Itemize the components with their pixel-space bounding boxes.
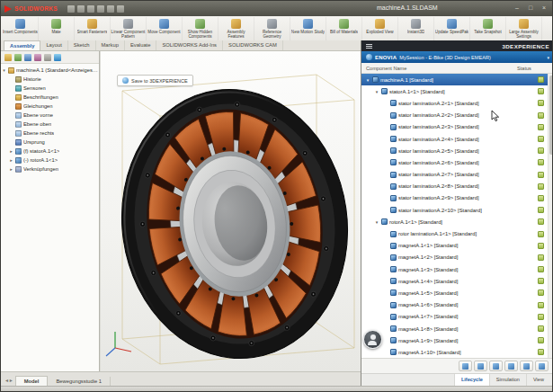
component-row-stator-laminationa-2-9-standard[interactable]: stator laminationA.2<9> [Standard] — [361, 192, 553, 204]
component-row-stator-laminationa-2-4-standard[interactable]: stator laminationA.2<4> [Standard] — [361, 133, 553, 145]
component-row-magneta-1-2-standard[interactable]: magnetA.1<2> [Standard] — [361, 252, 553, 263]
scrollbar-thumb[interactable] — [549, 76, 553, 155]
tab-scroll-arrows[interactable]: ◂ ▸ — [3, 377, 15, 386]
ribbon-button-large-assembly-settings[interactable]: Large Assembly Settings — [506, 17, 542, 41]
column-component-name[interactable]: Component Name — [366, 66, 517, 71]
expand-arrow-icon[interactable]: ▸ — [9, 148, 13, 154]
component-row-magneta-1-3-standard[interactable]: magnetA.1<3> [Standard] — [361, 263, 553, 275]
new-icon[interactable] — [67, 5, 75, 13]
component-row-rotora-1-1-standard[interactable]: ▾rotorA.1<1> [Standard] — [361, 216, 553, 227]
menu-icon[interactable] — [366, 46, 372, 47]
tab-layout[interactable]: Layout — [40, 40, 67, 50]
tab-solidworks-cam[interactable]: SOLIDWORKS CAM — [223, 40, 283, 50]
component-row-stator-laminationa-2-1-standard[interactable]: stator laminationA.2<1> [Standard] — [361, 97, 553, 109]
feature-tree-item-historie[interactable]: Historie — [2, 75, 98, 84]
tab-evaluate[interactable]: Evaluate — [125, 40, 157, 50]
component-row-stator-laminationa-2-2-standard[interactable]: stator laminationA.2<2> [Standard] — [361, 110, 553, 121]
component-settings-button[interactable] — [535, 361, 549, 371]
minimize-button[interactable]: – — [513, 3, 522, 13]
undo-icon[interactable] — [107, 5, 114, 13]
feature-tree-item-rotora-1-1[interactable]: ▸(-) rotorA.1<1> — [2, 156, 98, 165]
tab-markup[interactable]: Markup — [96, 40, 125, 50]
component-save-button[interactable] — [474, 361, 487, 371]
component-row-magneta-1-7-standard[interactable]: magnetA.1<7> [Standard] — [361, 311, 553, 323]
ribbon-button-move-component[interactable]: Move Component — [147, 17, 183, 41]
ribbon-button-bill-of-materials[interactable]: Bill of Materials — [326, 17, 362, 41]
feature-tree-item-ebene-rechts[interactable]: Ebene rechts — [2, 129, 98, 138]
ribbon-button-instant3d[interactable]: Instant3D — [398, 17, 434, 41]
maximize-button[interactable]: □ — [526, 3, 535, 13]
3dexperience-panel-icon[interactable] — [54, 54, 61, 61]
component-update-button[interactable] — [459, 361, 472, 371]
doc-tab-bewegungsstudie-1[interactable]: Bewegungsstudie 1 — [48, 377, 111, 386]
ribbon-button-assembly-features[interactable]: Assembly Features — [219, 17, 254, 41]
component-row-magneta-1-10-standard[interactable]: magnetA.1<10> [Standard] — [361, 346, 553, 358]
component-share-button[interactable] — [504, 361, 518, 371]
component-row-stator-laminationa-2-10-standard[interactable]: stator laminationA.2<10> [Standard] — [361, 204, 553, 216]
collapse-arrow-icon[interactable]: ▾ — [374, 219, 379, 225]
component-row-stator-laminationa-2-5-standard[interactable]: stator laminationA.2<5> [Standard] — [361, 145, 553, 156]
ribbon-button-insert-components[interactable]: Insert Components — [3, 17, 39, 41]
component-row-magneta-1-9-standard[interactable]: magnetA.1<9> [Standard] — [361, 334, 553, 346]
expand-arrow-icon[interactable]: ▸ — [9, 166, 13, 172]
assistant-button[interactable] — [363, 330, 382, 349]
component-row-stator-laminationa-2-6-standard[interactable]: stator laminationA.2<6> [Standard] — [361, 156, 553, 168]
feature-tree-item-ebene-vorne[interactable]: Ebene vorne — [2, 111, 98, 120]
chevron-down-icon[interactable]: ▾ — [547, 55, 549, 60]
panel-tab-view[interactable]: View — [526, 374, 550, 386]
component-row-magneta-1-6-standard[interactable]: magnetA.1<6> [Standard] — [361, 299, 553, 311]
ribbon-button-show-hidden-components[interactable]: Show Hidden Components — [183, 17, 219, 41]
ribbon-button-take-snapshot[interactable]: Take Snapshot — [470, 17, 506, 41]
save-to-3dexperience-button[interactable]: Save to 3DEXPERIENCE — [117, 75, 193, 86]
save-icon[interactable] — [87, 5, 94, 13]
collapse-arrow-icon[interactable]: ▾ — [365, 77, 370, 83]
component-row-magneta-1-8-standard[interactable]: magnetA.1<8> [Standard] — [361, 323, 553, 334]
ribbon-button-mate[interactable]: Mate — [39, 17, 75, 41]
feature-tree-root[interactable]: ▾machineA.1 (Standard<Anzeigestatus-1>) — [2, 66, 98, 75]
rebuild-icon[interactable] — [117, 5, 124, 13]
propertymanager-icon[interactable] — [14, 54, 22, 61]
print-icon[interactable] — [97, 5, 104, 13]
featuremanager-tree-icon[interactable] — [4, 54, 12, 61]
component-row-magneta-1-5-standard[interactable]: magnetA.1<5> [Standard] — [361, 287, 553, 298]
ribbon-button-new-motion-study[interactable]: New Motion Study — [290, 17, 326, 41]
displaymanager-icon[interactable] — [44, 54, 51, 61]
feature-tree-item-ebene-oben[interactable]: Ebene oben — [2, 120, 98, 129]
feature-tree-item-beschriftungen[interactable]: Beschriftungen — [2, 93, 98, 102]
tab-sketch[interactable]: Sketch — [68, 40, 96, 50]
expand-arrow-icon[interactable]: ▾ — [2, 67, 6, 73]
configurationmanager-icon[interactable] — [24, 54, 31, 61]
scrollbar-track[interactable] — [548, 74, 553, 358]
tab-assembly[interactable]: Assembly — [4, 40, 40, 50]
graphics-viewport[interactable]: Save to 3DEXPERIENCE — [101, 51, 361, 371]
open-icon[interactable] — [77, 5, 85, 13]
feature-tree-item-ursprung[interactable]: Ursprung — [2, 138, 98, 147]
session-bar[interactable]: ENOVIA MySession - E-Bike (3D Design EME… — [361, 51, 553, 63]
feature-tree-item-f-statora-1-1[interactable]: ▸(f) statorA.1<1> — [2, 147, 98, 156]
tab-solidworks-add-ins[interactable]: SOLIDWORKS Add-Ins — [156, 40, 223, 50]
component-row-machinea-1-standard[interactable]: ▾machineA.1 [Standard] — [361, 74, 553, 85]
ribbon-button-smart-fasteners[interactable]: Smart Fasteners — [75, 17, 111, 41]
feature-tree-item-verkn-pfungen[interactable]: ▸Verknüpfungen — [2, 165, 98, 174]
feature-tree-item-gleichungen[interactable]: Gleichungen — [2, 102, 98, 111]
panel-tab-simulation[interactable]: Simulation — [489, 374, 526, 386]
expand-arrow-icon[interactable]: ▸ — [9, 157, 13, 163]
column-status[interactable]: Status — [517, 66, 549, 71]
component-row-magneta-1-4-standard[interactable]: magnetA.1<4> [Standard] — [361, 275, 553, 287]
component-row-stator-laminationa-2-3-standard[interactable]: stator laminationA.2<3> [Standard] — [361, 121, 553, 133]
ribbon-button-reference-geometry[interactable]: Reference Geometry — [254, 17, 290, 41]
component-lock-button[interactable] — [489, 361, 503, 371]
feature-tree-item-sensoren[interactable]: Sensoren — [2, 84, 98, 93]
doc-tab-model[interactable]: Model — [15, 376, 49, 386]
ribbon-button-update-speedpak[interactable]: Update SpeedPak — [434, 17, 470, 41]
collapse-arrow-icon[interactable]: ▾ — [374, 89, 379, 94]
component-row-rotor-laminationa-1-1-standard[interactable]: rotor laminationA.1<1> [Standard] — [361, 227, 553, 239]
dimxpertmanager-icon[interactable] — [34, 54, 41, 61]
component-info-button[interactable] — [520, 361, 533, 371]
close-button[interactable]: × — [540, 3, 549, 13]
panel-tab-lifecycle[interactable]: Lifecycle — [454, 374, 489, 386]
ribbon-button-linear-component-pattern[interactable]: Linear Component Pattern — [111, 17, 147, 41]
component-row-stator-laminationa-2-7-standard[interactable]: stator laminationA.2<7> [Standard] — [361, 169, 553, 181]
component-row-statora-1-1-standard[interactable]: ▾statorA.1<1> [Standard] — [361, 85, 553, 97]
ribbon-button-exploded-view[interactable]: Exploded View — [362, 17, 398, 41]
